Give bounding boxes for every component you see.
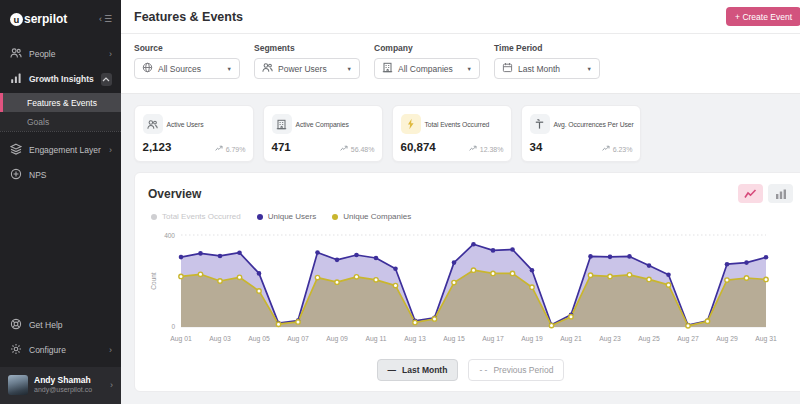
main-content: Features & Events + Create Event SourceA… [121,0,800,404]
legend-label: Unique Companies [343,212,411,221]
chevron-down-icon: ▼ [587,66,592,72]
page-title: Features & Events [134,10,243,24]
filter-select[interactable]: All Sources▼ [134,58,240,79]
chevron-down-icon: ▼ [227,66,232,72]
filter-segments: SegmentsPower Users▼ [254,43,360,79]
trend-up-icon [469,145,477,153]
user-name: Andy Shamah [34,375,92,386]
logo-mark-icon: u [10,13,23,26]
user-menu[interactable]: Andy Shamah andy@userpilot.co › [0,367,121,404]
stat-label: Avg. Occurrences Per User [554,121,634,128]
legend-label: Unique Users [268,212,316,221]
legend-item-unique-companies[interactable]: Unique Companies [332,212,411,221]
sidebar-item-label: Get Help [29,320,63,330]
stat-label: Active Users [167,121,204,128]
trend-value: 12.38% [480,146,504,153]
filter-label: Time Period [494,43,600,53]
filter-select[interactable]: All Companies▼ [374,58,480,79]
create-event-button[interactable]: + Create Event [726,7,800,26]
sidebar-subitem-goals[interactable]: Goals [0,112,121,131]
users-icon [262,62,273,75]
bar-chart-icon [10,72,22,86]
filter-label: Company [374,43,480,53]
svg-text:Aug 17: Aug 17 [482,335,504,343]
sidebar-item-configure[interactable]: Configure› [0,340,121,360]
sidebar-subitem-label: Goals [27,117,49,127]
filter-label: Segments [254,43,360,53]
trend-value: 6.79% [226,146,246,153]
nps-icon [10,168,22,182]
sidebar-subitem-features-events[interactable]: Features & Events [0,93,121,112]
svg-text:Aug 07: Aug 07 [287,335,309,343]
trend-value: 6.23% [613,146,633,153]
filter-time-period: Time PeriodLast Month▼ [494,43,600,79]
logo-text: serpilot [24,12,67,26]
svg-text:Aug 31: Aug 31 [755,335,777,343]
stat-icon-badge [143,114,163,134]
filter-label: Source [134,43,240,53]
previous-period-button[interactable]: - -Previous Period [468,359,564,381]
sidebar-item-get-help[interactable]: Get Help [0,315,121,335]
stat-label: Active Companies [296,121,349,128]
help-icon [10,318,22,332]
overview-title: Overview [148,187,201,201]
filter-select[interactable]: Power Users▼ [254,58,360,79]
sidebar: u serpilot ‹☰ People›Growth Insights Fea… [0,0,121,404]
calendar-icon [502,62,513,75]
bar-chart-toggle[interactable] [768,184,793,203]
overview-card: Overview Total Events OccurredUnique Use… [134,172,800,392]
gear-icon [10,343,22,357]
sidebar-collapse-icon[interactable]: ‹☰ [99,14,112,24]
filter-company: CompanyAll Companies▼ [374,43,480,79]
people-icon [10,47,22,61]
stat-card-avg-occurrences-per-user: Avg. Occurrences Per User346.23% [521,105,641,162]
stat-card-total-events-occurred: Total Events Occurred60,87412.38% [392,105,512,162]
sidebar-subnav: Features & EventsGoals [0,93,121,131]
legend-dot [257,214,263,220]
legend-item-total-events-occurred[interactable]: Total Events Occurred [151,212,241,221]
svg-text:Aug 23: Aug 23 [599,335,621,343]
stat-value: 60,874 [401,141,436,153]
layers-icon [10,143,22,157]
last-month-button[interactable]: —Last Month [377,359,459,381]
svg-text:400: 400 [164,232,175,239]
line-chart-toggle[interactable] [738,184,763,203]
stat-value: 2,123 [143,141,172,153]
svg-text:Aug 11: Aug 11 [365,335,386,343]
globe-icon [142,62,153,75]
chevron-right-icon: › [110,380,113,390]
stat-trend: 56.48% [340,145,375,153]
stat-card-active-users: Active Users2,1236.79% [134,105,254,162]
chevron-up-icon[interactable] [101,73,112,86]
sidebar-item-nps[interactable]: NPS [0,165,121,185]
chart-legend: Total Events OccurredUnique UsersUnique … [148,212,793,221]
filter-source: SourceAll Sources▼ [134,43,240,79]
sidebar-item-label: Growth Insights [29,74,94,84]
sidebar-item-people[interactable]: People› [0,44,121,64]
svg-text:Aug 21: Aug 21 [560,335,582,343]
svg-text:Count: Count [150,272,157,290]
chevron-right-icon: › [109,345,112,355]
line-chart: 4000CountAug 01Aug 03Aug 05Aug 07Aug 09A… [148,227,793,353]
trend-up-icon [215,145,223,153]
svg-text:Aug 15: Aug 15 [443,335,465,343]
stat-trend: 6.23% [602,145,633,153]
stat-icon-badge [272,114,292,134]
filter-value: Power Users [278,64,327,74]
sidebar-item-label: Engagement Layer [29,145,101,155]
stat-value: 34 [530,141,543,153]
sidebar-bottom: Get HelpConfigure› [0,310,121,360]
building-icon [382,62,393,75]
svg-text:Aug 03: Aug 03 [209,335,231,343]
svg-text:Aug 29: Aug 29 [716,335,738,343]
legend-item-unique-users[interactable]: Unique Users [257,212,316,221]
svg-text:Aug 05: Aug 05 [248,335,270,343]
sidebar-subitem-label: Features & Events [27,98,97,108]
filter-select[interactable]: Last Month▼ [494,58,600,79]
sidebar-nav: People›Growth Insights [0,39,121,89]
sidebar-item-engagement-layer[interactable]: Engagement Layer› [0,140,121,160]
filter-bar: SourceAll Sources▼SegmentsPower Users▼Co… [121,34,800,94]
stat-value: 471 [272,141,291,153]
sidebar-item-growth-insights[interactable]: Growth Insights [0,69,121,89]
stat-trend: 12.38% [469,145,504,153]
